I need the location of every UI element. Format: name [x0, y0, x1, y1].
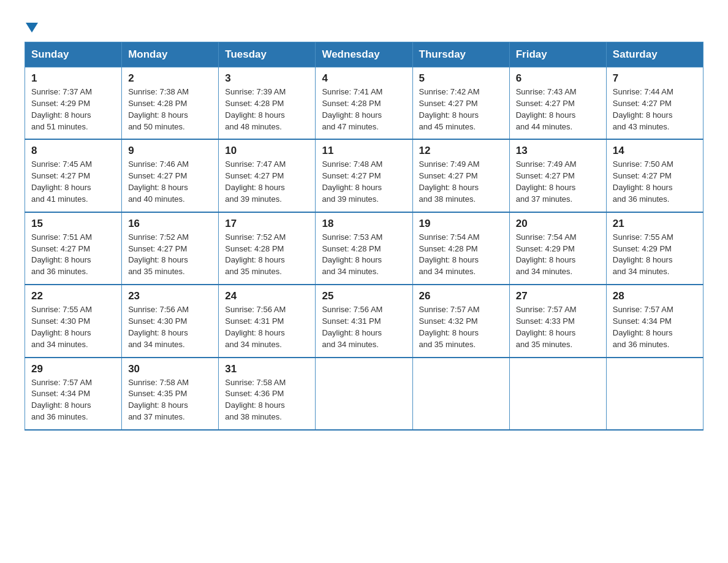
- calendar-table: SundayMondayTuesdayWednesdayThursdayFrid…: [25, 42, 703, 431]
- day-number: 30: [128, 363, 212, 375]
- day-info: Sunrise: 7:58 AMSunset: 4:36 PMDaylight:…: [225, 377, 309, 423]
- calendar-cell: 23Sunrise: 7:56 AMSunset: 4:30 PMDayligh…: [122, 285, 219, 357]
- calendar-cell: 29Sunrise: 7:57 AMSunset: 4:34 PMDayligh…: [25, 358, 122, 430]
- week-row-2: 8Sunrise: 7:45 AMSunset: 4:27 PMDaylight…: [25, 139, 703, 212]
- day-info: Sunrise: 7:49 AMSunset: 4:27 PMDaylight:…: [419, 159, 503, 205]
- day-number: 19: [419, 218, 503, 230]
- day-info: Sunrise: 7:56 AMSunset: 4:31 PMDaylight:…: [225, 304, 309, 350]
- day-number: 27: [516, 290, 600, 302]
- day-info: Sunrise: 7:56 AMSunset: 4:31 PMDaylight:…: [322, 304, 406, 350]
- day-number: 3: [225, 72, 309, 85]
- calendar-cell: [412, 358, 509, 430]
- day-info: Sunrise: 7:47 AMSunset: 4:27 PMDaylight:…: [225, 159, 309, 205]
- day-info: Sunrise: 7:37 AMSunset: 4:29 PMDaylight:…: [31, 86, 115, 132]
- calendar-cell: 19Sunrise: 7:54 AMSunset: 4:28 PMDayligh…: [412, 212, 509, 285]
- week-row-5: 29Sunrise: 7:57 AMSunset: 4:34 PMDayligh…: [25, 358, 703, 430]
- day-info: Sunrise: 7:50 AMSunset: 4:27 PMDaylight:…: [613, 159, 697, 205]
- weekday-header-thursday: Thursday: [412, 42, 509, 67]
- logo-general-row: [25, 18, 38, 36]
- day-info: Sunrise: 7:56 AMSunset: 4:30 PMDaylight:…: [128, 304, 212, 350]
- calendar-cell: [509, 358, 606, 430]
- page-header: [25, 18, 703, 36]
- day-info: Sunrise: 7:39 AMSunset: 4:28 PMDaylight:…: [225, 86, 309, 132]
- day-info: Sunrise: 7:38 AMSunset: 4:28 PMDaylight:…: [128, 86, 212, 132]
- calendar-cell: [606, 358, 703, 430]
- day-number: 5: [419, 72, 503, 85]
- day-info: Sunrise: 7:58 AMSunset: 4:35 PMDaylight:…: [128, 377, 212, 423]
- day-number: 9: [128, 145, 212, 157]
- day-info: Sunrise: 7:43 AMSunset: 4:27 PMDaylight:…: [516, 86, 600, 132]
- calendar-cell: 12Sunrise: 7:49 AMSunset: 4:27 PMDayligh…: [412, 139, 509, 212]
- logo: [25, 18, 38, 36]
- calendar-cell: 13Sunrise: 7:49 AMSunset: 4:27 PMDayligh…: [509, 139, 606, 212]
- calendar-cell: 1Sunrise: 7:37 AMSunset: 4:29 PMDaylight…: [25, 67, 122, 140]
- calendar-cell: 5Sunrise: 7:42 AMSunset: 4:27 PMDaylight…: [412, 67, 509, 140]
- weekday-header-tuesday: Tuesday: [219, 42, 316, 67]
- week-row-3: 15Sunrise: 7:51 AMSunset: 4:27 PMDayligh…: [25, 212, 703, 285]
- calendar-cell: 21Sunrise: 7:55 AMSunset: 4:29 PMDayligh…: [606, 212, 703, 285]
- day-number: 25: [322, 290, 406, 302]
- calendar-cell: 27Sunrise: 7:57 AMSunset: 4:33 PMDayligh…: [509, 285, 606, 357]
- weekday-header-wednesday: Wednesday: [316, 42, 412, 67]
- day-number: 23: [128, 290, 212, 302]
- calendar-cell: 9Sunrise: 7:46 AMSunset: 4:27 PMDaylight…: [122, 139, 219, 212]
- day-number: 24: [225, 290, 309, 302]
- day-info: Sunrise: 7:51 AMSunset: 4:27 PMDaylight:…: [31, 232, 115, 278]
- calendar-cell: 10Sunrise: 7:47 AMSunset: 4:27 PMDayligh…: [219, 139, 316, 212]
- day-number: 15: [31, 218, 115, 230]
- week-row-1: 1Sunrise: 7:37 AMSunset: 4:29 PMDaylight…: [25, 67, 703, 140]
- day-info: Sunrise: 7:52 AMSunset: 4:27 PMDaylight:…: [128, 232, 212, 278]
- day-number: 14: [613, 145, 697, 157]
- day-info: Sunrise: 7:41 AMSunset: 4:28 PMDaylight:…: [322, 86, 406, 132]
- calendar-cell: 30Sunrise: 7:58 AMSunset: 4:35 PMDayligh…: [122, 358, 219, 430]
- day-number: 29: [31, 363, 115, 375]
- day-number: 7: [613, 72, 697, 85]
- day-number: 17: [225, 218, 309, 230]
- day-number: 12: [419, 145, 503, 157]
- calendar-cell: 22Sunrise: 7:55 AMSunset: 4:30 PMDayligh…: [25, 285, 122, 357]
- day-number: 26: [419, 290, 503, 302]
- day-number: 6: [516, 72, 600, 85]
- weekday-header-sunday: Sunday: [25, 42, 122, 67]
- day-info: Sunrise: 7:57 AMSunset: 4:33 PMDaylight:…: [516, 304, 600, 350]
- day-info: Sunrise: 7:42 AMSunset: 4:27 PMDaylight:…: [419, 86, 503, 132]
- weekday-header-friday: Friday: [509, 42, 606, 67]
- day-info: Sunrise: 7:52 AMSunset: 4:28 PMDaylight:…: [225, 232, 309, 278]
- day-number: 2: [128, 72, 212, 85]
- day-number: 1: [31, 72, 115, 85]
- calendar-cell: 16Sunrise: 7:52 AMSunset: 4:27 PMDayligh…: [122, 212, 219, 285]
- day-number: 10: [225, 145, 309, 157]
- calendar-cell: 24Sunrise: 7:56 AMSunset: 4:31 PMDayligh…: [219, 285, 316, 357]
- day-number: 13: [516, 145, 600, 157]
- calendar-cell: 11Sunrise: 7:48 AMSunset: 4:27 PMDayligh…: [316, 139, 412, 212]
- calendar-cell: 4Sunrise: 7:41 AMSunset: 4:28 PMDaylight…: [316, 67, 412, 140]
- calendar-cell: 25Sunrise: 7:56 AMSunset: 4:31 PMDayligh…: [316, 285, 412, 357]
- calendar-cell: 8Sunrise: 7:45 AMSunset: 4:27 PMDaylight…: [25, 139, 122, 212]
- day-info: Sunrise: 7:54 AMSunset: 4:29 PMDaylight:…: [516, 232, 600, 278]
- calendar-cell: [316, 358, 412, 430]
- calendar-cell: 20Sunrise: 7:54 AMSunset: 4:29 PMDayligh…: [509, 212, 606, 285]
- day-info: Sunrise: 7:45 AMSunset: 4:27 PMDaylight:…: [31, 159, 115, 205]
- day-number: 8: [31, 145, 115, 157]
- day-number: 20: [516, 218, 600, 230]
- day-info: Sunrise: 7:55 AMSunset: 4:30 PMDaylight:…: [31, 304, 115, 350]
- weekday-header-monday: Monday: [122, 42, 219, 67]
- calendar-cell: 15Sunrise: 7:51 AMSunset: 4:27 PMDayligh…: [25, 212, 122, 285]
- logo-triangle-icon: [26, 23, 38, 33]
- day-info: Sunrise: 7:49 AMSunset: 4:27 PMDaylight:…: [516, 159, 600, 205]
- day-info: Sunrise: 7:46 AMSunset: 4:27 PMDaylight:…: [128, 159, 212, 205]
- day-info: Sunrise: 7:48 AMSunset: 4:27 PMDaylight:…: [322, 159, 406, 205]
- week-row-4: 22Sunrise: 7:55 AMSunset: 4:30 PMDayligh…: [25, 285, 703, 357]
- day-info: Sunrise: 7:57 AMSunset: 4:34 PMDaylight:…: [613, 304, 697, 350]
- calendar-cell: 26Sunrise: 7:57 AMSunset: 4:32 PMDayligh…: [412, 285, 509, 357]
- day-number: 22: [31, 290, 115, 302]
- calendar-cell: 2Sunrise: 7:38 AMSunset: 4:28 PMDaylight…: [122, 67, 219, 140]
- weekday-header-row: SundayMondayTuesdayWednesdayThursdayFrid…: [25, 42, 703, 67]
- calendar-cell: 28Sunrise: 7:57 AMSunset: 4:34 PMDayligh…: [606, 285, 703, 357]
- calendar-cell: 6Sunrise: 7:43 AMSunset: 4:27 PMDaylight…: [509, 67, 606, 140]
- weekday-header-saturday: Saturday: [606, 42, 703, 67]
- day-number: 28: [613, 290, 697, 302]
- day-number: 31: [225, 363, 309, 375]
- day-info: Sunrise: 7:44 AMSunset: 4:27 PMDaylight:…: [613, 86, 697, 132]
- day-number: 11: [322, 145, 406, 157]
